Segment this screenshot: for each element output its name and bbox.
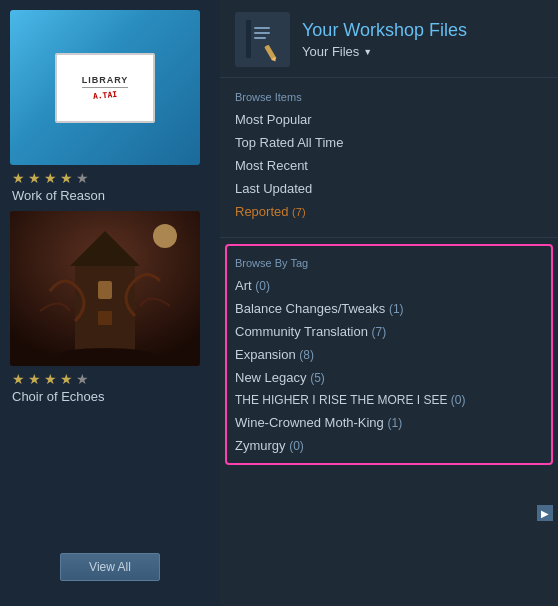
browse-items-label: Browse Items bbox=[235, 91, 543, 103]
svg-rect-9 bbox=[246, 20, 251, 58]
game-title-2: Choir of Echoes bbox=[12, 389, 200, 404]
tag-balance-count: (1) bbox=[389, 302, 404, 316]
star-2: ★ bbox=[28, 371, 41, 387]
svg-rect-11 bbox=[254, 32, 270, 34]
game-card-tower[interactable]: ★ ★ ★ ★ ★ Choir of Echoes bbox=[10, 211, 200, 404]
your-files-label: Your Files bbox=[302, 44, 359, 59]
browse-most-popular[interactable]: Most Popular bbox=[235, 108, 543, 131]
dropdown-arrow-icon: ▼ bbox=[363, 47, 372, 57]
scroll-right-arrow[interactable]: ▶ bbox=[537, 505, 553, 521]
star-5: ★ bbox=[76, 371, 89, 387]
your-files-dropdown[interactable]: Your Files ▼ bbox=[302, 44, 467, 59]
tag-community-translation[interactable]: Community Translation (7) bbox=[235, 320, 543, 343]
tag-zymurgy-count: (0) bbox=[289, 439, 304, 453]
svg-rect-5 bbox=[98, 311, 112, 325]
browse-last-updated[interactable]: Last Updated bbox=[235, 177, 543, 200]
game-card-image-library: LIBRARY A.TAI bbox=[10, 10, 200, 165]
tag-new-legacy-count: (5) bbox=[310, 371, 325, 385]
workshop-header: Your Workshop Files Your Files ▼ bbox=[220, 0, 558, 78]
svg-point-6 bbox=[153, 224, 177, 248]
tag-community-count: (7) bbox=[372, 325, 387, 339]
browse-tags-section: Browse By Tag Art (0) Balance Changes/Tw… bbox=[220, 244, 558, 465]
star-4: ★ bbox=[60, 371, 73, 387]
tag-new-legacy[interactable]: New Legacy (5) bbox=[235, 366, 543, 389]
svg-rect-12 bbox=[254, 37, 266, 39]
tag-expansion[interactable]: Expansion (8) bbox=[235, 343, 543, 366]
star-rating-2: ★ ★ ★ ★ ★ bbox=[12, 371, 200, 387]
browse-top-rated[interactable]: Top Rated All Time bbox=[235, 131, 543, 154]
reported-count: (7) bbox=[292, 206, 305, 218]
game-card-image-tower bbox=[10, 211, 200, 366]
right-panel: Your Workshop Files Your Files ▼ Browse … bbox=[220, 0, 558, 606]
browse-items-section: Browse Items Most Popular Top Rated All … bbox=[220, 78, 558, 231]
tag-balance[interactable]: Balance Changes/Tweaks (1) bbox=[235, 297, 543, 320]
star-4: ★ bbox=[60, 170, 73, 186]
workshop-icon bbox=[235, 12, 290, 67]
star-1: ★ bbox=[12, 371, 25, 387]
browse-reported[interactable]: Reported (7) bbox=[235, 200, 543, 223]
view-all-button[interactable]: View All bbox=[60, 553, 160, 581]
svg-rect-10 bbox=[254, 27, 270, 29]
section-divider bbox=[220, 237, 558, 238]
svg-rect-4 bbox=[98, 281, 112, 299]
tag-wine-crowned[interactable]: Wine-Crowned Moth-King (1) bbox=[235, 411, 543, 434]
workshop-title-block: Your Workshop Files Your Files ▼ bbox=[302, 20, 467, 59]
tag-higher-rise[interactable]: THE HIGHER I RISE THE MORE I SEE (0) bbox=[235, 389, 543, 411]
tag-zymurgy[interactable]: Zymurgy (0) bbox=[235, 434, 543, 457]
star-3: ★ bbox=[44, 170, 57, 186]
game-title-1: Work of Reason bbox=[12, 188, 200, 203]
star-5: ★ bbox=[76, 170, 89, 186]
main-container: LIBRARY A.TAI ★ ★ ★ ★ ★ Work of Reason bbox=[0, 0, 558, 606]
svg-point-7 bbox=[55, 348, 155, 364]
browse-most-recent[interactable]: Most Recent bbox=[235, 154, 543, 177]
game-card-library[interactable]: LIBRARY A.TAI ★ ★ ★ ★ ★ Work of Reason bbox=[10, 10, 200, 203]
tag-expansion-count: (8) bbox=[299, 348, 314, 362]
workshop-title: Your Workshop Files bbox=[302, 20, 467, 41]
star-1: ★ bbox=[12, 170, 25, 186]
browse-tags-label: Browse By Tag bbox=[235, 257, 543, 269]
browse-tags-container: Browse By Tag Art (0) Balance Changes/Tw… bbox=[220, 244, 558, 465]
tag-higher-count: (0) bbox=[451, 393, 466, 407]
star-rating-1: ★ ★ ★ ★ ★ bbox=[12, 170, 200, 186]
tag-wine-count: (1) bbox=[387, 416, 402, 430]
star-3: ★ bbox=[44, 371, 57, 387]
tag-art-count: (0) bbox=[255, 279, 270, 293]
left-panel: LIBRARY A.TAI ★ ★ ★ ★ ★ Work of Reason bbox=[0, 0, 220, 606]
tag-art[interactable]: Art (0) bbox=[235, 274, 543, 297]
star-2: ★ bbox=[28, 170, 41, 186]
